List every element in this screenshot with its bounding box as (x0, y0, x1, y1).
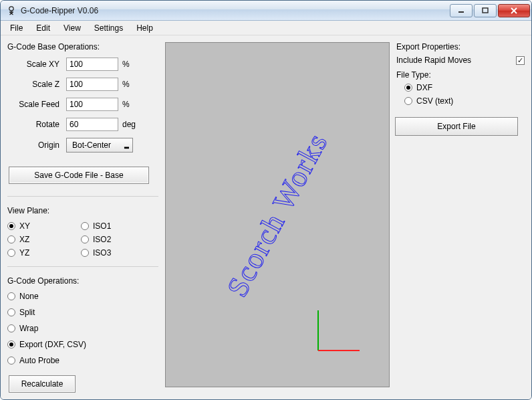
export-props-heading: Export Properties: (395, 39, 526, 53)
viewplane-xz[interactable]: XZ (6, 233, 80, 246)
gcode-ops-heading: G-Code Operations: (6, 274, 160, 287)
base-ops-heading: G-Code Base Operations: (6, 39, 160, 53)
include-rapid-checkbox[interactable] (516, 56, 525, 65)
menu-settings[interactable]: Settings (88, 21, 130, 35)
op-split[interactable]: Split (6, 306, 160, 319)
rotate-input[interactable] (66, 118, 118, 131)
divider (7, 196, 158, 197)
app-window: G-Code-Ripper V0.06 File Edit View Setti… (0, 0, 532, 400)
radio-icon (7, 292, 15, 300)
divider (7, 266, 158, 267)
svg-point-0 (9, 6, 13, 10)
scale-feed-unit: % (118, 100, 138, 109)
svg-rect-6 (483, 8, 488, 13)
titlebar[interactable]: G-Code-Ripper V0.06 (1, 1, 531, 21)
axes-icon (311, 304, 365, 357)
radio-icon (81, 222, 89, 230)
recalculate-button[interactable]: Recalculate (9, 375, 76, 393)
scale-xy-unit: % (118, 60, 138, 69)
viewplane-yz[interactable]: YZ (6, 246, 80, 260)
include-rapid-label: Include Rapid Moves (396, 56, 471, 65)
menu-view[interactable]: View (57, 21, 88, 35)
app-icon (6, 5, 17, 16)
preview-canvas[interactable]: Scorch Works (165, 42, 390, 387)
radio-icon (7, 357, 15, 365)
op-wrap[interactable]: Wrap (6, 322, 160, 335)
preview-toolpath-text: Scorch Works (220, 127, 335, 302)
origin-dropdown[interactable]: Bot-Center ▂ (66, 138, 133, 153)
scale-feed-label: Scale Feed (6, 100, 66, 109)
scale-feed-input[interactable] (66, 98, 118, 111)
viewplane-xy[interactable]: XY (6, 219, 80, 233)
scale-xy-label: Scale XY (6, 60, 66, 69)
right-panel: Export Properties: Include Rapid Moves F… (395, 39, 526, 393)
menu-help[interactable]: Help (130, 21, 160, 35)
content-area: G-Code Base Operations: Scale XY % Scale… (1, 35, 531, 399)
export-file-button[interactable]: Export File (395, 117, 518, 136)
radio-icon (7, 235, 15, 243)
filetype-csv[interactable]: CSV (text) (395, 94, 526, 108)
scale-z-input[interactable] (66, 78, 118, 91)
viewplane-iso2[interactable]: ISO2 (80, 233, 112, 246)
scale-z-unit: % (118, 80, 138, 89)
maximize-button[interactable] (474, 4, 497, 17)
rotate-label: Rotate (6, 120, 66, 129)
save-gcode-base-button[interactable]: Save G-Code File - Base (9, 167, 149, 184)
rotate-unit: deg (118, 120, 138, 129)
close-button[interactable] (498, 4, 530, 17)
radio-icon (81, 249, 89, 257)
menu-file[interactable]: File (3, 21, 29, 35)
viewplane-iso3[interactable]: ISO3 (80, 246, 112, 260)
radio-icon (404, 97, 412, 105)
op-autoprobe[interactable]: Auto Probe (6, 354, 160, 367)
menubar: File Edit View Settings Help (1, 21, 531, 35)
window-title: G-Code-Ripper V0.06 (21, 6, 448, 15)
radio-icon (7, 249, 15, 257)
radio-icon (7, 324, 15, 332)
radio-icon (7, 308, 15, 316)
radio-icon (7, 222, 15, 230)
dropdown-handle-icon: ▂ (124, 142, 128, 148)
radio-icon (81, 235, 89, 243)
minimize-button[interactable] (450, 4, 473, 17)
origin-label: Origin (6, 140, 66, 150)
op-none[interactable]: None (6, 290, 160, 303)
view-plane-heading: View Plane: (6, 203, 160, 217)
scale-z-label: Scale Z (6, 80, 66, 89)
menu-edit[interactable]: Edit (29, 21, 57, 35)
op-export[interactable]: Export (DXF, CSV) (6, 338, 160, 351)
left-panel: G-Code Base Operations: Scale XY % Scale… (6, 39, 160, 393)
radio-icon (404, 84, 412, 92)
scale-xy-input[interactable] (66, 58, 118, 71)
origin-value: Bot-Center (72, 140, 111, 150)
radio-icon (7, 340, 15, 348)
filetype-dxf[interactable]: DXF (395, 81, 526, 94)
file-type-heading: File Type: (395, 68, 526, 81)
viewplane-iso1[interactable]: ISO1 (80, 219, 112, 233)
window-controls (448, 4, 530, 17)
